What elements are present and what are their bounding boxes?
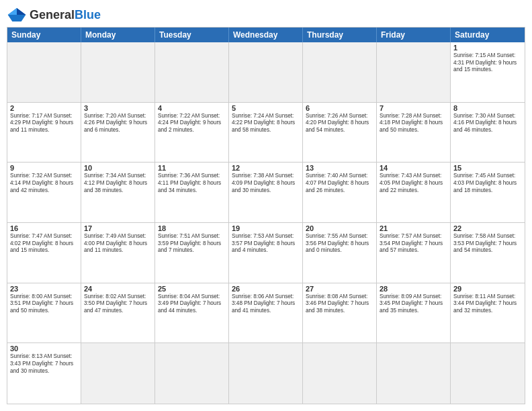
day-header-sunday: Sunday <box>7 28 81 42</box>
calendar-cell: 3Sunrise: 7:20 AM Sunset: 4:26 PM Daylig… <box>81 103 155 163</box>
calendar-cell: 14Sunrise: 7:43 AM Sunset: 4:05 PM Dayli… <box>377 163 451 222</box>
calendar: SundayMondayTuesdayWednesdayThursdayFrid… <box>7 27 525 404</box>
logo-text: GeneralBlue <box>30 8 101 22</box>
cell-info: Sunrise: 7:51 AM Sunset: 3:59 PM Dayligh… <box>158 233 226 255</box>
date-number: 11 <box>158 164 226 172</box>
calendar-cell: 27Sunrise: 8:08 AM Sunset: 3:46 PM Dayli… <box>303 283 377 343</box>
calendar-cell: 5Sunrise: 7:24 AM Sunset: 4:22 PM Daylig… <box>229 103 303 163</box>
calendar-cell: 25Sunrise: 8:04 AM Sunset: 3:49 PM Dayli… <box>155 283 229 343</box>
calendar-page: GeneralBlue SundayMondayTuesdayWednesday… <box>0 0 532 411</box>
calendar-cell <box>229 42 303 102</box>
cell-info: Sunrise: 7:32 AM Sunset: 4:14 PM Dayligh… <box>10 173 78 194</box>
cell-info: Sunrise: 7:28 AM Sunset: 4:18 PM Dayligh… <box>380 113 447 134</box>
calendar-cell: 18Sunrise: 7:51 AM Sunset: 3:59 PM Dayli… <box>155 223 229 283</box>
date-number: 21 <box>380 224 447 232</box>
cell-info: Sunrise: 7:22 AM Sunset: 4:24 PM Dayligh… <box>158 113 226 134</box>
date-number: 16 <box>10 224 78 232</box>
cell-info: Sunrise: 8:06 AM Sunset: 3:48 PM Dayligh… <box>232 293 300 315</box>
cell-info: Sunrise: 7:30 AM Sunset: 4:16 PM Dayligh… <box>453 113 522 134</box>
calendar-cell: 17Sunrise: 7:49 AM Sunset: 4:00 PM Dayli… <box>81 223 155 283</box>
calendar-cell: 13Sunrise: 7:40 AM Sunset: 4:07 PM Dayli… <box>303 163 377 222</box>
cell-info: Sunrise: 8:11 AM Sunset: 3:44 PM Dayligh… <box>453 293 522 315</box>
date-number: 26 <box>232 285 300 293</box>
calendar-row-5: 30Sunrise: 8:13 AM Sunset: 3:43 PM Dayli… <box>7 343 525 404</box>
calendar-cell <box>155 343 229 404</box>
calendar-grid: 1Sunrise: 7:15 AM Sunset: 4:31 PM Daylig… <box>7 42 525 404</box>
date-number: 3 <box>84 104 152 112</box>
date-number: 12 <box>232 164 300 172</box>
cell-info: Sunrise: 7:55 AM Sunset: 3:56 PM Dayligh… <box>306 233 373 255</box>
cell-info: Sunrise: 7:38 AM Sunset: 4:09 PM Dayligh… <box>232 173 300 194</box>
cell-info: Sunrise: 7:26 AM Sunset: 4:20 PM Dayligh… <box>306 113 373 134</box>
calendar-cell: 1Sunrise: 7:15 AM Sunset: 4:31 PM Daylig… <box>451 42 525 102</box>
cell-info: Sunrise: 8:00 AM Sunset: 3:51 PM Dayligh… <box>10 293 78 315</box>
day-header-wednesday: Wednesday <box>229 28 303 42</box>
calendar-cell: 15Sunrise: 7:45 AM Sunset: 4:03 PM Dayli… <box>451 163 525 222</box>
date-number: 20 <box>306 224 373 232</box>
cell-info: Sunrise: 7:24 AM Sunset: 4:22 PM Dayligh… <box>232 113 300 134</box>
date-number: 27 <box>306 285 373 293</box>
svg-marker-2 <box>8 8 17 15</box>
logo: GeneralBlue <box>7 7 101 23</box>
date-number: 4 <box>158 104 226 112</box>
calendar-cell: 29Sunrise: 8:11 AM Sunset: 3:44 PM Dayli… <box>451 283 525 343</box>
date-number: 1 <box>453 44 522 52</box>
date-number: 17 <box>84 224 152 232</box>
header: GeneralBlue <box>7 7 525 23</box>
calendar-cell: 10Sunrise: 7:34 AM Sunset: 4:12 PM Dayli… <box>81 163 155 222</box>
cell-info: Sunrise: 8:09 AM Sunset: 3:45 PM Dayligh… <box>380 293 447 315</box>
calendar-cell: 30Sunrise: 8:13 AM Sunset: 3:43 PM Dayli… <box>7 343 81 404</box>
date-number: 30 <box>10 345 78 353</box>
date-number: 5 <box>232 104 300 112</box>
calendar-cell: 12Sunrise: 7:38 AM Sunset: 4:09 PM Dayli… <box>229 163 303 222</box>
day-headers: SundayMondayTuesdayWednesdayThursdayFrid… <box>7 28 525 42</box>
calendar-cell: 28Sunrise: 8:09 AM Sunset: 3:45 PM Dayli… <box>377 283 451 343</box>
calendar-cell: 8Sunrise: 7:30 AM Sunset: 4:16 PM Daylig… <box>451 103 525 163</box>
date-number: 19 <box>232 224 300 232</box>
date-number: 15 <box>453 164 522 172</box>
calendar-cell: 26Sunrise: 8:06 AM Sunset: 3:48 PM Dayli… <box>229 283 303 343</box>
calendar-cell <box>81 343 155 404</box>
calendar-cell: 11Sunrise: 7:36 AM Sunset: 4:11 PM Dayli… <box>155 163 229 222</box>
date-number: 6 <box>306 104 373 112</box>
calendar-cell: 9Sunrise: 7:32 AM Sunset: 4:14 PM Daylig… <box>7 163 81 222</box>
calendar-cell: 24Sunrise: 8:02 AM Sunset: 3:50 PM Dayli… <box>81 283 155 343</box>
calendar-cell <box>81 42 155 102</box>
day-header-friday: Friday <box>377 28 451 42</box>
cell-info: Sunrise: 7:20 AM Sunset: 4:26 PM Dayligh… <box>84 113 152 134</box>
calendar-cell: 23Sunrise: 8:00 AM Sunset: 3:51 PM Dayli… <box>7 283 81 343</box>
date-number: 14 <box>380 164 447 172</box>
day-header-monday: Monday <box>81 28 155 42</box>
svg-marker-1 <box>17 8 26 15</box>
calendar-cell: 6Sunrise: 7:26 AM Sunset: 4:20 PM Daylig… <box>303 103 377 163</box>
logo-icon <box>7 7 27 23</box>
calendar-cell <box>229 343 303 404</box>
calendar-cell <box>451 343 525 404</box>
cell-info: Sunrise: 7:40 AM Sunset: 4:07 PM Dayligh… <box>306 173 373 194</box>
cell-info: Sunrise: 7:47 AM Sunset: 4:02 PM Dayligh… <box>10 233 78 255</box>
date-number: 18 <box>158 224 226 232</box>
cell-info: Sunrise: 7:34 AM Sunset: 4:12 PM Dayligh… <box>84 173 152 194</box>
date-number: 22 <box>453 224 522 232</box>
calendar-cell <box>377 343 451 404</box>
date-number: 13 <box>306 164 373 172</box>
date-number: 10 <box>84 164 152 172</box>
date-number: 7 <box>380 104 447 112</box>
date-number: 2 <box>10 104 78 112</box>
calendar-row-1: 2Sunrise: 7:17 AM Sunset: 4:29 PM Daylig… <box>7 103 525 163</box>
cell-info: Sunrise: 7:36 AM Sunset: 4:11 PM Dayligh… <box>158 173 226 194</box>
cell-info: Sunrise: 8:13 AM Sunset: 3:43 PM Dayligh… <box>10 353 78 375</box>
cell-info: Sunrise: 8:02 AM Sunset: 3:50 PM Dayligh… <box>84 293 152 315</box>
calendar-cell: 20Sunrise: 7:55 AM Sunset: 3:56 PM Dayli… <box>303 223 377 283</box>
cell-info: Sunrise: 7:15 AM Sunset: 4:31 PM Dayligh… <box>453 52 522 74</box>
calendar-cell: 4Sunrise: 7:22 AM Sunset: 4:24 PM Daylig… <box>155 103 229 163</box>
calendar-cell <box>155 42 229 102</box>
calendar-row-0: 1Sunrise: 7:15 AM Sunset: 4:31 PM Daylig… <box>7 42 525 103</box>
calendar-cell <box>7 42 81 102</box>
calendar-cell: 7Sunrise: 7:28 AM Sunset: 4:18 PM Daylig… <box>377 103 451 163</box>
calendar-cell: 19Sunrise: 7:53 AM Sunset: 3:57 PM Dayli… <box>229 223 303 283</box>
cell-info: Sunrise: 7:49 AM Sunset: 4:00 PM Dayligh… <box>84 233 152 255</box>
calendar-row-3: 16Sunrise: 7:47 AM Sunset: 4:02 PM Dayli… <box>7 223 525 283</box>
date-number: 24 <box>84 285 152 293</box>
cell-info: Sunrise: 7:58 AM Sunset: 3:53 PM Dayligh… <box>453 233 522 255</box>
